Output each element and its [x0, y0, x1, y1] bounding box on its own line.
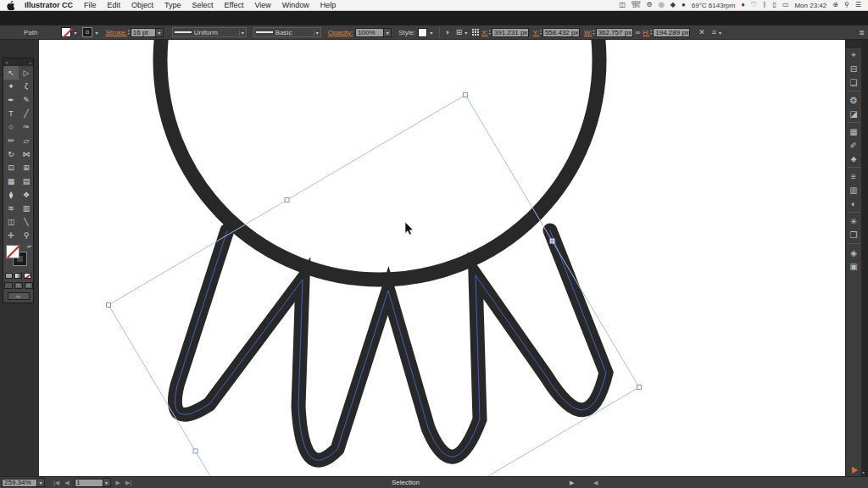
stroke-swatch[interactable]	[82, 27, 92, 37]
battery-charge-icon[interactable]: ⊕	[832, 2, 838, 8]
status-next-icon[interactable]: ▶	[570, 480, 574, 486]
bbox-handle-left[interactable]	[107, 303, 111, 308]
style-swatch[interactable]	[418, 28, 427, 37]
eyedropper-tool[interactable]: ⧫	[3, 188, 19, 202]
width-tool[interactable]: ⋈	[19, 147, 34, 161]
free-transform-tool[interactable]: ⊡	[3, 161, 19, 175]
mesh-tool[interactable]: ▦	[3, 175, 19, 188]
perspective-grid-tool[interactable]: ⊞	[19, 161, 34, 175]
align-caret-icon[interactable]: ▾	[462, 28, 470, 37]
spotlight-icon[interactable]: ⚲	[844, 2, 849, 8]
y-field[interactable]: 558.432 px	[542, 28, 580, 37]
artboards-panel[interactable]: ▣	[846, 259, 862, 273]
scroll-down-icon[interactable]: ▾	[862, 469, 865, 475]
screen-mode-button[interactable]: ▭	[8, 292, 30, 300]
zoom-caret-icon[interactable]: ▾	[37, 478, 45, 487]
direct-selection-tool[interactable]: ▷	[19, 66, 34, 80]
stroke-weight-label[interactable]: Stroke:	[105, 29, 126, 36]
artboard-number-field[interactable]: 1	[75, 479, 103, 487]
transparency-panel[interactable]: ◐	[846, 197, 862, 210]
align-options-icon[interactable]: ⊞	[456, 29, 463, 36]
heart-icon[interactable]: ♡	[751, 2, 757, 8]
line-segment-tool[interactable]: ╱	[19, 107, 34, 120]
stroke-caret-icon[interactable]: ▾	[92, 28, 100, 37]
transform-panel[interactable]: ⌖	[846, 48, 862, 62]
gradient-panel[interactable]: ▥	[846, 183, 862, 197]
color-guide-panel[interactable]: ◪	[846, 107, 862, 120]
display-icon[interactable]: ▭	[782, 2, 789, 8]
h-field[interactable]: 194.289 px	[653, 28, 690, 37]
pen-tool[interactable]: ✒	[3, 93, 19, 107]
bbox-handle-topleft-mid[interactable]	[285, 198, 289, 202]
fill-swatch[interactable]	[61, 27, 71, 37]
temperature-stat[interactable]: 69°C 6143rpm	[692, 2, 736, 9]
style-caret-icon[interactable]: ▾	[427, 28, 435, 37]
gradient-tool[interactable]: ▤	[19, 175, 34, 188]
globe-icon[interactable]: ◎	[659, 2, 665, 8]
ellipse-tool[interactable]: ○	[3, 120, 19, 134]
w-stepper[interactable]: ▴▾	[593, 29, 595, 36]
slice-tool[interactable]: ╲	[19, 215, 34, 229]
artboard-next-icon[interactable]: ▶	[116, 480, 120, 486]
menu-view[interactable]: View	[254, 1, 270, 9]
app-name[interactable]: Illustrator CC	[25, 1, 73, 9]
droplet-icon[interactable]: ♦	[741, 2, 744, 8]
draw-inside-mode[interactable]	[25, 282, 33, 289]
gear-icon[interactable]: ⚙	[647, 2, 653, 8]
shear-icon[interactable]: ✕	[698, 29, 705, 36]
reference-point-locator[interactable]	[472, 29, 479, 36]
canvas[interactable]	[39, 40, 845, 476]
lasso-tool[interactable]: ζ	[19, 80, 34, 93]
h-stepper[interactable]: ▴▾	[650, 29, 652, 36]
bbox-handle-right[interactable]	[637, 385, 642, 390]
align-panel[interactable]: ⊟	[846, 62, 862, 75]
brushes-panel[interactable]: ✐	[846, 138, 862, 152]
artboard-tool[interactable]: ◫	[3, 215, 19, 229]
window-switcher-icon[interactable]: ◫	[620, 2, 626, 8]
opacity-field[interactable]: 100%	[355, 28, 384, 37]
w-field[interactable]: 362.757 px	[596, 28, 633, 37]
column-graph-tool[interactable]: ▥	[19, 202, 34, 215]
draw-normal-mode[interactable]	[4, 282, 13, 289]
menu-clock[interactable]: Mon 23:42	[794, 2, 826, 9]
hand-tool[interactable]: ✛	[3, 229, 19, 242]
right-scrollbar[interactable]: ▾	[861, 40, 868, 476]
artwork-wave-path[interactable]	[175, 230, 606, 460]
apple-menu-icon[interactable]	[7, 1, 14, 10]
tools-panel-header[interactable]: ✕»	[3, 58, 33, 66]
battery-icon[interactable]: ▯	[772, 2, 776, 8]
moon-icon[interactable]: ●	[682, 2, 686, 8]
swap-fill-stroke-icon[interactable]: ⇄	[27, 243, 31, 249]
type-tool[interactable]: T	[3, 107, 19, 120]
bbox-handle-top[interactable]	[464, 93, 468, 97]
stroke-weight-caret-icon[interactable]: ▾	[156, 28, 164, 37]
artboard-prev-icon[interactable]: ◀	[64, 480, 69, 486]
status-prev-icon[interactable]: ◀	[593, 480, 598, 486]
menu-window[interactable]: Window	[282, 1, 309, 9]
panel-dock-header[interactable]: ∙∙	[846, 40, 861, 48]
shield-icon[interactable]: ◆	[670, 2, 676, 8]
menu-select[interactable]: Select	[192, 1, 214, 9]
x-field[interactable]: 391.231 px	[492, 28, 529, 37]
menu-file[interactable]: File	[84, 1, 97, 9]
opacity-caret-icon[interactable]: ▾	[384, 28, 392, 37]
menu-effect[interactable]: Effect	[225, 1, 244, 9]
swatches-panel[interactable]: ▦	[846, 125, 862, 138]
symbols-panel[interactable]: ♣	[846, 152, 862, 165]
appearance-panel[interactable]: ✳	[846, 214, 862, 228]
draw-behind-mode[interactable]	[14, 282, 23, 289]
menu-object[interactable]: Object	[131, 1, 153, 9]
stroke-panel[interactable]: ≡	[846, 169, 862, 183]
panel-dock-toggle-icon[interactable]: ≣	[859, 29, 865, 36]
width-profile-dropdown[interactable]: Uniform ▾	[172, 27, 247, 37]
menu-edit[interactable]: Edit	[108, 1, 121, 9]
rotate-tool[interactable]: ↻	[3, 147, 19, 161]
curvature-tool[interactable]: ✎	[19, 93, 34, 107]
fill-indicator-none[interactable]	[6, 245, 19, 258]
blend-tool[interactable]: ❖	[19, 188, 34, 202]
opacity-label[interactable]: Opacity:	[328, 29, 353, 36]
artboard-first-icon[interactable]: |◀	[53, 480, 59, 486]
notification-center-icon[interactable]: ☰	[855, 2, 861, 8]
bluetooth-icon[interactable]: ᛒ	[763, 2, 767, 8]
graphic-styles-panel[interactable]: ❐	[846, 228, 862, 241]
